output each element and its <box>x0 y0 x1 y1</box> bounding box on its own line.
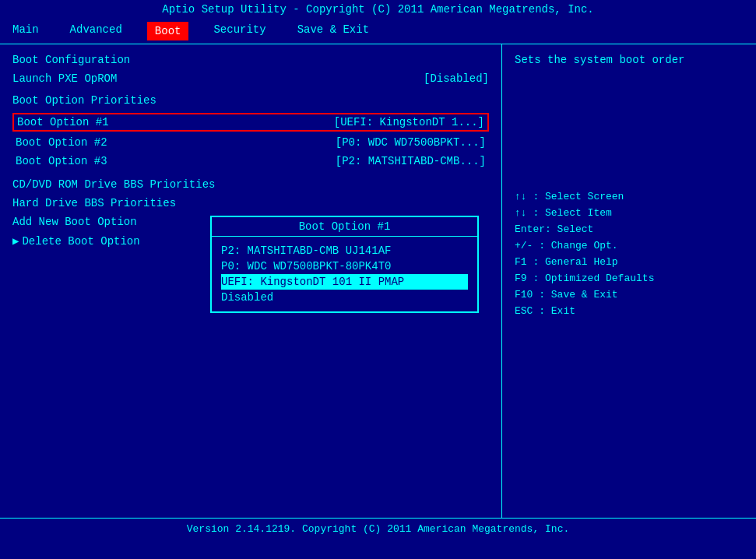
launch-pxe-row: Launch PXE OpROM [Disabled] <box>12 72 489 85</box>
key-f10: F10 : Save & Exit <box>515 289 744 301</box>
menu-main[interactable]: Main <box>6 22 45 40</box>
boot-option-2-row[interactable]: Boot Option #2 [P0: WDC WD7500BPKT...] <box>12 135 489 150</box>
popup-option-4[interactable]: Disabled <box>221 290 468 305</box>
footer-text: Version 2.14.1219. Copyright (C) 2011 Am… <box>187 523 569 535</box>
title-text: Aptio Setup Utility - Copyright (C) 2011… <box>162 3 594 16</box>
popup-body: P2: MATSHITABD-CMB UJ141AF P0: WDC WD750… <box>212 237 477 311</box>
launch-pxe-label: Launch PXE OpROM <box>12 72 117 85</box>
menu-boot[interactable]: Boot <box>147 22 189 40</box>
key-select-screen: ↑↓ : Select Screen <box>515 191 744 202</box>
boot-option-1-row[interactable]: Boot Option #1 [UEFI: KingstonDT 1...] <box>12 113 489 132</box>
popup-option-3[interactable]: UEFI: KingstonDT 101 II PMAP <box>221 274 468 290</box>
menu-bar: Main Advanced Boot Security Save & Exit <box>0 19 756 44</box>
key-change: +/- : Change Opt. <box>515 240 744 251</box>
key-hints: ↑↓ : Select Screen ↑↓ : Select Item Ente… <box>515 191 744 317</box>
boot-configuration-title: Boot Configuration <box>12 54 489 66</box>
hard-drive-link[interactable]: Hard Drive BBS Priorities <box>12 197 489 209</box>
popup-option-1[interactable]: P2: MATSHITABD-CMB UJ141AF <box>221 243 468 258</box>
boot-option-2-label: Boot Option #2 <box>16 136 107 149</box>
key-esc: ESC : Exit <box>515 305 744 317</box>
boot-option-1-value: [UEFI: KingstonDT 1...] <box>334 116 484 128</box>
boot-option-2-value: [P0: WDC WD7500BPKT...] <box>336 136 486 149</box>
boot-option-3-value: [P2: MATSHITABD-CMB...] <box>336 155 486 167</box>
key-f9: F9 : Optimized Defaults <box>515 272 744 284</box>
delete-boot-label: Delete Boot Option <box>22 235 139 248</box>
left-panel: Boot Configuration Launch PXE OpROM [Dis… <box>0 44 502 518</box>
arrow-icon: ▶ <box>12 234 19 248</box>
boot-option-popup: Boot Option #1 P2: MATSHITABD-CMB UJ141A… <box>210 216 479 313</box>
boot-option-3-label: Boot Option #3 <box>16 155 107 167</box>
boot-option-1-label: Boot Option #1 <box>17 116 109 128</box>
cd-dvd-link[interactable]: CD/DVD ROM Drive BBS Priorities <box>12 178 489 191</box>
key-select-item: ↑↓ : Select Item <box>515 207 744 219</box>
footer: Version 2.14.1219. Copyright (C) 2011 Am… <box>0 518 756 540</box>
boot-priorities-title: Boot Option Priorities <box>12 94 489 107</box>
launch-pxe-value[interactable]: [Disabled] <box>424 72 489 85</box>
main-layout: Boot Configuration Launch PXE OpROM [Dis… <box>0 44 756 518</box>
key-enter: Enter: Select <box>515 223 744 235</box>
popup-title: Boot Option #1 <box>212 217 477 237</box>
popup-option-2[interactable]: P0: WDC WD7500BPKT-80PK4T0 <box>221 258 468 274</box>
boot-option-3-row[interactable]: Boot Option #3 [P2: MATSHITABD-CMB...] <box>12 153 489 169</box>
title-bar: Aptio Setup Utility - Copyright (C) 2011… <box>0 0 756 19</box>
menu-save-exit[interactable]: Save & Exit <box>291 22 375 40</box>
menu-advanced[interactable]: Advanced <box>64 22 128 40</box>
right-panel: Sets the system boot order ↑↓ : Select S… <box>502 44 756 518</box>
help-text: Sets the system boot order <box>515 54 744 66</box>
menu-security[interactable]: Security <box>207 22 272 40</box>
key-f1: F1 : General Help <box>515 256 744 268</box>
